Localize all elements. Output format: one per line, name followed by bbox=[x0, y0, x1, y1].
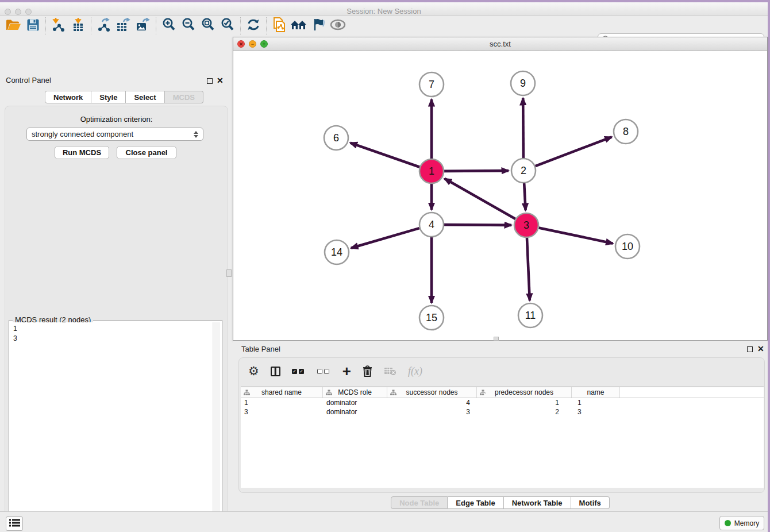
save-session-button[interactable] bbox=[23, 17, 43, 35]
graph-node-3[interactable]: 3 bbox=[514, 213, 538, 237]
control-panel-title: Control Panel bbox=[6, 76, 51, 84]
network-graph[interactable]: 7968124314101511 bbox=[233, 51, 767, 341]
graph-node-15[interactable]: 15 bbox=[419, 306, 444, 330]
graph-edge-2-3[interactable] bbox=[524, 183, 525, 210]
table-settings-gear-icon[interactable]: ⚙ bbox=[248, 365, 259, 377]
window-resize-grip[interactable] bbox=[494, 337, 499, 341]
mcds-result-text[interactable]: 1 3 bbox=[11, 322, 212, 532]
panel-divider-grip[interactable] bbox=[226, 269, 232, 277]
home-icon bbox=[290, 19, 307, 32]
export-image-button[interactable] bbox=[133, 17, 153, 35]
memory-button[interactable]: Memory bbox=[719, 516, 764, 530]
graph-node-4[interactable]: 4 bbox=[419, 213, 444, 237]
zoom-in-button[interactable] bbox=[159, 17, 179, 35]
column-header-successor-nodes[interactable]: successor nodes bbox=[387, 387, 477, 398]
network-canvas[interactable]: 7968124314101511 bbox=[233, 51, 767, 340]
open-session-button[interactable] bbox=[3, 17, 23, 35]
import-table-icon bbox=[72, 18, 84, 33]
trash-icon[interactable] bbox=[363, 365, 372, 377]
save-floppy-icon bbox=[27, 19, 39, 33]
cell-successor-nodes[interactable]: 3 bbox=[387, 407, 477, 417]
add-row-icon[interactable]: + bbox=[342, 365, 351, 377]
close-panel-icon[interactable]: ✕ bbox=[757, 346, 764, 352]
table-row[interactable]: 3 dominator 3 2 3 bbox=[241, 407, 764, 417]
graph-edge-2-9[interactable] bbox=[523, 98, 523, 158]
export-table-button[interactable] bbox=[114, 17, 133, 35]
export-network-button[interactable] bbox=[94, 17, 114, 35]
tab-motifs[interactable]: Motifs bbox=[571, 496, 610, 509]
graph-edge-3-1[interactable] bbox=[445, 179, 515, 219]
tab-node-table[interactable]: Node Table bbox=[391, 496, 448, 509]
graph-edge-4-3[interactable] bbox=[444, 225, 511, 225]
cell-predecessor-nodes[interactable]: 1 bbox=[477, 398, 572, 407]
zoom-out-icon bbox=[182, 18, 195, 33]
cell-predecessor-nodes[interactable]: 2 bbox=[477, 407, 572, 417]
graph-node-11[interactable]: 11 bbox=[518, 303, 542, 327]
flag-button[interactable] bbox=[309, 17, 328, 35]
graph-edge-1-6[interactable] bbox=[351, 143, 420, 167]
cell-mcds-role[interactable]: dominator bbox=[323, 407, 387, 417]
graph-edge-4-14[interactable] bbox=[351, 228, 419, 248]
show-details-button[interactable] bbox=[328, 17, 348, 35]
graph-node-10[interactable]: 10 bbox=[615, 234, 640, 259]
cell-name[interactable]: 3 bbox=[572, 407, 620, 417]
graph-node-8[interactable]: 8 bbox=[614, 119, 638, 144]
graph-edge-1-2[interactable] bbox=[444, 171, 509, 171]
close-panel-icon[interactable]: ✕ bbox=[217, 78, 224, 83]
table-panel-title: Table Panel bbox=[241, 345, 280, 353]
app-title: Session: New Session bbox=[0, 7, 768, 16]
zoom-selected-button[interactable] bbox=[218, 17, 237, 35]
zoom-out-button[interactable] bbox=[179, 17, 198, 35]
graph-node-9[interactable]: 9 bbox=[511, 71, 535, 95]
graph-node-6[interactable]: 6 bbox=[324, 126, 348, 150]
select-all-icon[interactable]: ✓✓ bbox=[292, 369, 306, 374]
tab-network-table[interactable]: Network Table bbox=[504, 496, 571, 509]
float-panel-icon[interactable] bbox=[207, 78, 213, 84]
home-button[interactable] bbox=[289, 17, 309, 35]
run-mcds-button[interactable]: Run MCDS bbox=[55, 146, 109, 159]
import-table-button[interactable] bbox=[68, 17, 88, 35]
refresh-icon bbox=[247, 18, 260, 33]
cell-shared-name[interactable]: 3 bbox=[241, 407, 323, 417]
float-panel-icon[interactable] bbox=[747, 346, 753, 352]
tab-edge-table[interactable]: Edge Table bbox=[448, 496, 503, 509]
tab-select[interactable]: Select bbox=[126, 91, 164, 103]
column-header-shared-name[interactable]: shared name bbox=[241, 387, 323, 398]
close-panel-button[interactable]: Close panel bbox=[117, 146, 176, 159]
graph-node-2[interactable]: 2 bbox=[511, 159, 536, 183]
tab-mcds[interactable]: MCDS bbox=[165, 91, 203, 103]
zoom-fit-button[interactable] bbox=[198, 17, 218, 35]
zoom-in-icon bbox=[162, 18, 176, 33]
svg-text:3: 3 bbox=[523, 219, 529, 231]
graph-edge-3-11[interactable] bbox=[527, 238, 530, 300]
tab-network[interactable]: Network bbox=[45, 91, 91, 103]
cell-mcds-role[interactable]: dominator bbox=[323, 398, 387, 407]
column-header-name[interactable]: name bbox=[572, 387, 620, 398]
column-header-mcds-role[interactable]: MCDS role bbox=[323, 387, 387, 398]
tab-style[interactable]: Style bbox=[91, 91, 126, 103]
cell-successor-nodes[interactable]: 4 bbox=[387, 398, 477, 407]
share-network-button[interactable] bbox=[270, 17, 289, 35]
import-network-button[interactable] bbox=[49, 17, 68, 35]
graph-node-14[interactable]: 14 bbox=[325, 240, 349, 264]
cell-name[interactable]: 1 bbox=[572, 398, 620, 407]
result-scrollbar[interactable] bbox=[213, 322, 220, 532]
network-window-titlebar[interactable]: ✕ − + scc.txt bbox=[233, 37, 767, 51]
svg-text:1: 1 bbox=[429, 165, 434, 177]
refresh-layout-button[interactable] bbox=[244, 17, 263, 35]
graph-edge-2-8[interactable] bbox=[536, 137, 612, 166]
svg-text:4: 4 bbox=[429, 219, 434, 230]
graph-node-7[interactable]: 7 bbox=[419, 72, 444, 97]
graph-edge-3-10[interactable] bbox=[539, 228, 613, 244]
criterion-select[interactable]: strongly connected component bbox=[26, 128, 203, 141]
svg-text:8: 8 bbox=[623, 126, 629, 137]
cell-shared-name[interactable]: 1 bbox=[241, 398, 323, 407]
show-column-icon[interactable] bbox=[271, 367, 280, 376]
column-header-predecessor-nodes[interactable]: predecessor nodes bbox=[477, 387, 572, 398]
show-console-button[interactable] bbox=[6, 516, 23, 531]
network-window: ✕ − + scc.txt 7968124314101511 bbox=[233, 37, 768, 341]
table-row[interactable]: 1 dominator 4 1 1 bbox=[241, 398, 764, 407]
deselect-all-icon[interactable] bbox=[317, 369, 331, 374]
node-table[interactable]: shared name MCDS role successor nodes pr… bbox=[241, 387, 764, 488]
graph-node-1[interactable]: 1 bbox=[419, 159, 444, 183]
